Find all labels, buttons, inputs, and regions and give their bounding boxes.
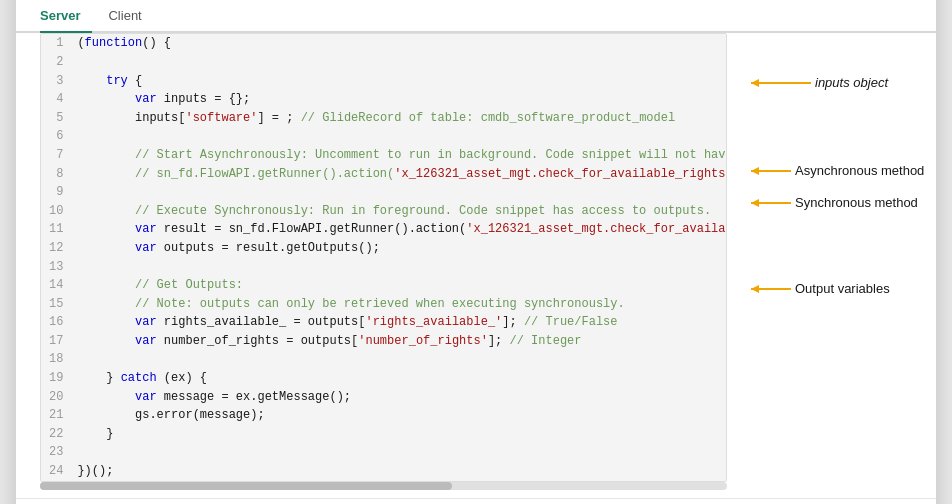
code-section: 1(function() {23 try {4 var inputs = {};… bbox=[16, 33, 751, 489]
scrollbar-thumb bbox=[40, 482, 452, 490]
annotations-panel: inputs object Asynchronous method Synchr… bbox=[751, 33, 936, 353]
modal: Code snippet to execute this Action × Se… bbox=[16, 0, 936, 504]
modal-footer: Learn more about API access to Flow Desi… bbox=[16, 498, 936, 504]
annotation-sync: Synchronous method bbox=[751, 195, 918, 210]
annotation-sync-label: Synchronous method bbox=[795, 195, 918, 210]
annotation-async-label: Asynchronous method bbox=[795, 163, 924, 178]
code-table: 1(function() {23 try {4 var inputs = {};… bbox=[41, 34, 726, 480]
annotation-inputs: inputs object bbox=[751, 75, 888, 90]
annotation-async: Asynchronous method bbox=[751, 163, 924, 178]
tab-client[interactable]: Client bbox=[108, 2, 153, 31]
code-editor[interactable]: 1(function() {23 try {4 var inputs = {};… bbox=[40, 33, 727, 481]
annotation-inputs-label: inputs object bbox=[815, 75, 888, 90]
annotation-output-label: Output variables bbox=[795, 281, 890, 296]
tab-bar: Server Client bbox=[16, 0, 936, 33]
annotation-output: Output variables bbox=[751, 281, 890, 296]
scrollbar[interactable] bbox=[40, 482, 727, 490]
tab-server[interactable]: Server bbox=[40, 2, 92, 31]
modal-layout: 1(function() {23 try {4 var inputs = {};… bbox=[16, 33, 936, 489]
